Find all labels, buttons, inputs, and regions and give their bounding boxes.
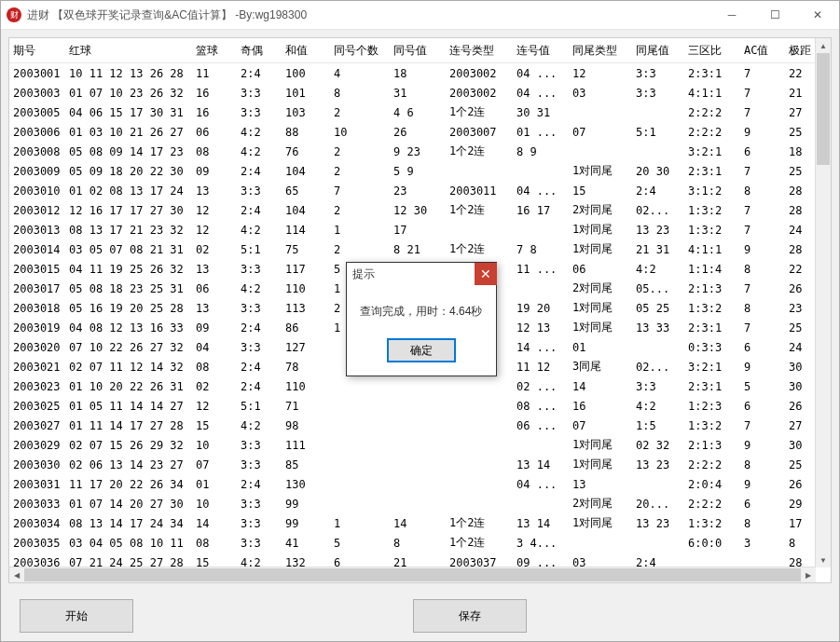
cell: 85 [282, 455, 330, 474]
table-row[interactable]: 200300805 08 09 14 17 23084:27629 231个2连… [9, 142, 816, 161]
cell: 24 [785, 220, 816, 239]
vertical-scrollbar[interactable]: ▲ ▼ [815, 38, 831, 567]
dialog-close-button[interactable]: ✕ [475, 263, 497, 285]
cell: 3:3 [237, 259, 282, 279]
cell: 2003006 [9, 122, 65, 142]
cell: 2:4 [237, 200, 282, 220]
vscroll-thumb[interactable] [817, 53, 830, 165]
cell: 08 ... [513, 396, 569, 416]
cell: 13 23 [632, 455, 684, 474]
cell: 2003035 [9, 533, 65, 553]
cell: 04 ... [513, 181, 569, 200]
table-row[interactable]: 200301212 16 17 17 27 30122:4104212 301个… [9, 200, 816, 220]
minimize-button[interactable]: ─ [710, 1, 753, 29]
cell: 12 [192, 396, 237, 416]
cell [513, 435, 569, 455]
table-row[interactable]: 200301308 13 17 21 23 32124:21141171对同尾1… [9, 220, 816, 239]
col-header[interactable]: 极距 [785, 38, 816, 63]
scroll-down-icon[interactable]: ▼ [816, 553, 831, 567]
col-header[interactable]: 连号类型 [446, 38, 513, 63]
app-icon: 财 [7, 7, 21, 22]
cell: 10 [330, 122, 390, 142]
dialog-titlebar[interactable]: 提示 ✕ [347, 263, 496, 285]
table-row[interactable]: 200301001 02 08 13 17 24133:365723200301… [9, 181, 816, 200]
cell [390, 455, 446, 474]
table-row[interactable]: 200300301 07 10 23 26 32163:310183120030… [9, 83, 816, 102]
col-header[interactable]: 同尾类型 [569, 38, 632, 63]
col-header[interactable]: 同号个数 [330, 38, 390, 63]
cell [513, 494, 569, 513]
cell: 30 [785, 376, 816, 396]
col-header[interactable]: 同尾值 [632, 38, 684, 63]
cell: 04 [192, 337, 237, 357]
table-row[interactable]: 200302701 11 14 17 27 28154:29806 ...071… [9, 416, 816, 435]
cell: 5 [330, 533, 390, 553]
table-row[interactable]: 200302501 05 11 14 14 27125:17108 ...164… [9, 396, 816, 416]
cell: 22 [785, 63, 816, 84]
col-header[interactable]: 红球 [65, 38, 192, 63]
col-header[interactable]: 三区比 [684, 38, 740, 63]
table-row[interactable]: 200300905 09 18 20 22 30092:410425 91对同尾… [9, 161, 816, 181]
table-row[interactable]: 200303503 04 05 08 10 11083:341581个2连3 4… [9, 533, 816, 553]
start-button[interactable]: 开始 [20, 599, 133, 633]
cell: 6 [740, 337, 785, 357]
cell: 78 [282, 357, 330, 376]
col-header[interactable]: AC值 [740, 38, 785, 63]
message-dialog: 提示 ✕ 查询完成，用时：4.64秒 确定 [346, 262, 497, 376]
cell: 16 [192, 83, 237, 102]
titlebar[interactable]: 财 进财 【双色球开奖记录查询&AC值计算】 -By:wg198300 ─ ☐ … [1, 1, 839, 30]
col-header[interactable]: 连号值 [513, 38, 569, 63]
scroll-right-icon[interactable]: ▶ [801, 567, 816, 582]
col-header[interactable]: 同号值 [390, 38, 446, 63]
col-header[interactable]: 和值 [282, 38, 330, 63]
col-header[interactable]: 奇偶 [237, 38, 282, 63]
table-row[interactable]: 200300504 06 15 17 30 31163:310324 61个2连… [9, 102, 816, 122]
cell: 4:2 [632, 396, 684, 416]
cell: 14 [390, 513, 446, 533]
cell: 04 ... [513, 474, 569, 494]
cell [569, 102, 632, 122]
maximize-button[interactable]: ☐ [753, 1, 796, 29]
cell: 4:2 [237, 416, 282, 435]
table-row[interactable]: 200303607 21 24 25 27 28154:213262120030… [9, 553, 816, 567]
cell: 2 [330, 200, 390, 220]
cell: 06 [192, 279, 237, 298]
cell [390, 494, 446, 513]
cell: 2003034 [9, 513, 65, 533]
horizontal-scrollbar[interactable]: ◀ ▶ [9, 567, 816, 582]
table-row[interactable]: 200302301 10 20 22 26 31022:411002 ...14… [9, 376, 816, 396]
col-header[interactable]: 期号 [9, 38, 65, 63]
cell: 6 [330, 553, 390, 567]
cell: 2:1:3 [684, 435, 740, 455]
cell [330, 494, 390, 513]
cell: 2对同尾 [569, 279, 632, 298]
table-row[interactable]: 200302902 07 15 26 29 32103:31111对同尾02 3… [9, 435, 816, 455]
cell: 86 [282, 318, 330, 337]
col-header[interactable]: 篮球 [192, 38, 237, 63]
window-title: 进财 【双色球开奖记录查询&AC值计算】 -By:wg198300 [27, 7, 710, 23]
cell: 2003002 [446, 83, 513, 102]
scroll-up-icon[interactable]: ▲ [816, 38, 831, 53]
table-row[interactable]: 200303408 13 14 17 24 34143:3991141个2连13… [9, 513, 816, 533]
hscroll-thumb[interactable] [24, 568, 801, 581]
table-row[interactable]: 200303301 07 14 20 27 30103:3992对同尾20...… [9, 494, 816, 513]
dialog-ok-button[interactable]: 确定 [387, 338, 456, 362]
cell: 2:3:1 [684, 63, 740, 84]
table-row[interactable]: 200300601 03 10 21 26 27064:288102620030… [9, 122, 816, 142]
cell: 104 [282, 161, 330, 181]
cell: 15 [192, 416, 237, 435]
table-row[interactable]: 200303002 06 13 14 23 27073:38513 141对同尾… [9, 455, 816, 474]
cell: 12 16 17 17 27 30 [65, 200, 192, 220]
table-row[interactable]: 200303111 17 20 22 26 34012:413004 ...13… [9, 474, 816, 494]
cell: 65 [282, 181, 330, 200]
cell: 27 [785, 102, 816, 122]
scroll-left-icon[interactable]: ◀ [9, 567, 24, 582]
cell: 2003001 [9, 63, 65, 84]
table-row[interactable]: 200300110 11 12 13 26 28112:410041820030… [9, 63, 816, 84]
save-button[interactable]: 保存 [413, 599, 527, 633]
close-button[interactable]: ✕ [796, 1, 839, 29]
table-row[interactable]: 200301403 05 07 08 21 31025:17528 211个2连… [9, 239, 816, 259]
cell: 24 [785, 337, 816, 357]
cell: 2003029 [9, 435, 65, 455]
cell: 8 [390, 533, 446, 553]
